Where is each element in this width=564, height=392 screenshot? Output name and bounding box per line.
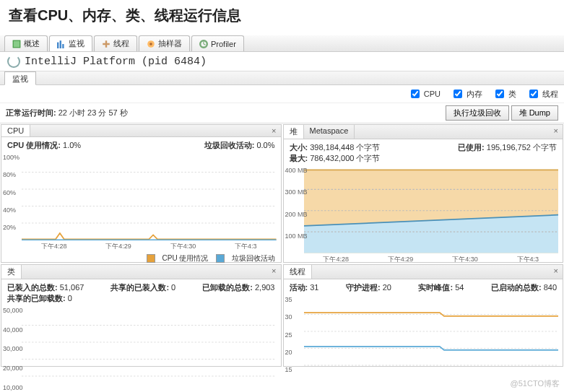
threads-chart: 3530252015	[284, 296, 563, 384]
svg-point-5	[149, 43, 152, 45]
panel-classes-tab[interactable]: 类	[1, 265, 22, 279]
close-icon[interactable]: ×	[267, 125, 280, 136]
tab-sampler[interactable]: 抽样器	[139, 35, 190, 51]
gc-button[interactable]: 执行垃圾回收	[446, 105, 509, 121]
svg-rect-0	[13, 40, 20, 48]
heap-dump-button[interactable]: 堆 Dump	[511, 105, 558, 121]
app-titlebar: IntelliJ Platform (pid 6484)	[0, 52, 564, 71]
classes-chart: 50,00040,00030,00020,00010,000	[1, 307, 281, 392]
watermark: @51CTO博客	[511, 378, 560, 389]
panel-threads: 线程× 活动: 31 守护进程: 20 实时峰值: 54 已启动的总数: 840…	[283, 264, 564, 367]
panel-threads-tab[interactable]: 线程	[284, 265, 312, 279]
svg-rect-2	[60, 40, 61, 48]
panel-classes: 类× 已装入的总数: 51,067 共享的已装入数: 0 已卸载的总数: 2,9…	[1, 264, 282, 367]
panel-cpu-tab[interactable]: CPU	[1, 125, 30, 136]
tab-overview[interactable]: 概述	[4, 35, 48, 51]
panel-heap-tab[interactable]: 堆	[284, 125, 304, 139]
panel-cpu: CPU× CPU 使用情况: 1.0% 垃圾回收活动: 0.0% 100%80%…	[1, 124, 282, 263]
svg-rect-3	[62, 44, 64, 48]
close-icon[interactable]: ×	[550, 265, 563, 279]
filter-checks: CPU 内存 类 线程	[0, 85, 564, 103]
loading-icon	[7, 55, 20, 68]
panel-metaspace-tab[interactable]: Metaspace	[304, 125, 355, 139]
subtab-monitor[interactable]: 监视	[4, 71, 36, 85]
cpu-chart: 100%80%60%40%20%	[1, 154, 281, 242]
svg-rect-1	[57, 42, 58, 48]
main-tabbar: 概述 监视 线程 抽样器 Profiler	[0, 35, 564, 52]
check-class[interactable]: 类	[493, 87, 516, 100]
tab-threads[interactable]: 线程	[94, 35, 137, 51]
uptime: 正常运行时间: 22 小时 23 分 57 秒	[6, 108, 128, 118]
check-cpu[interactable]: CPU	[408, 87, 441, 100]
app-title: IntelliJ Platform (pid 6484)	[25, 56, 207, 68]
check-mem[interactable]: 内存	[451, 87, 482, 100]
sub-tabbar: 监视	[0, 71, 564, 85]
close-icon[interactable]: ×	[267, 265, 280, 279]
tab-profiler[interactable]: Profiler	[191, 35, 244, 51]
tab-monitor[interactable]: 监视	[49, 35, 92, 51]
panel-heap: 堆Metaspace× 大小: 398,184,448 个字节 已使用: 195…	[283, 124, 564, 263]
close-icon[interactable]: ×	[550, 125, 563, 139]
check-thread[interactable]: 线程	[526, 87, 558, 100]
heap-chart: 400 MB300 MB200 MB100 MB	[284, 167, 563, 255]
page-title: 查看CPU、内存、类、线程运行信息	[9, 6, 555, 25]
